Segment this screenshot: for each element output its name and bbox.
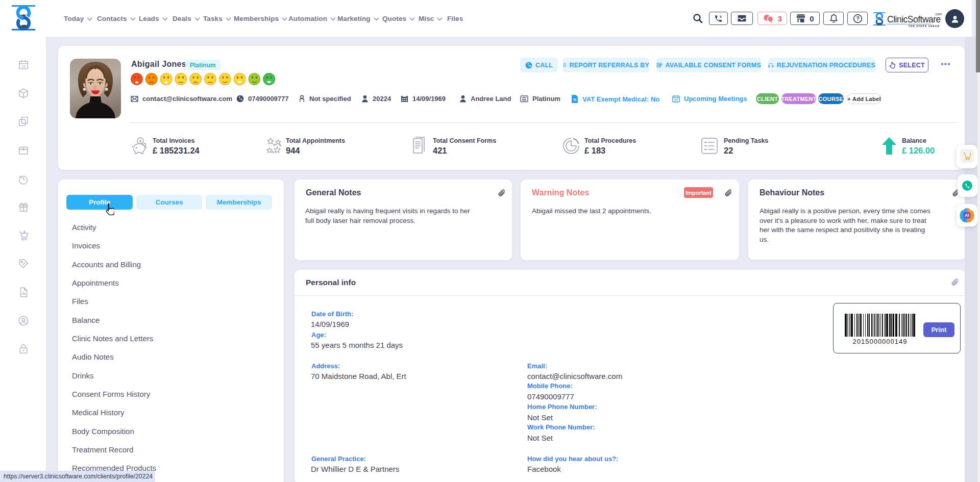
svg-text:$: $ bbox=[139, 139, 142, 143]
svg-text:%: % bbox=[573, 98, 577, 102]
svg-text:TEN STEPS AHEAD: TEN STEPS AHEAD bbox=[909, 25, 940, 28]
svg-text:ClinicSoftware: ClinicSoftware bbox=[887, 14, 941, 24]
svg-text:?: ? bbox=[856, 15, 860, 21]
svg-text:.com: .com bbox=[935, 12, 942, 16]
svg-text:17: 17 bbox=[674, 98, 678, 102]
svg-text:AI: AI bbox=[965, 213, 969, 218]
svg-text:12: 12 bbox=[21, 65, 26, 68]
